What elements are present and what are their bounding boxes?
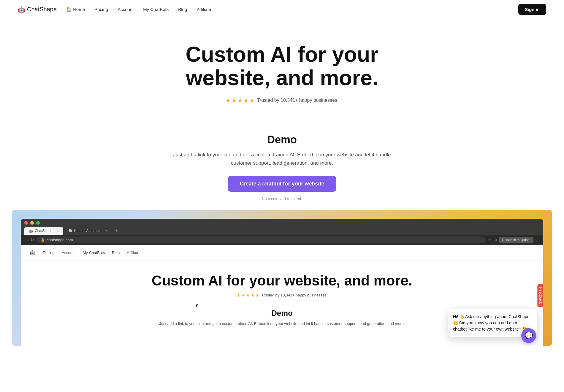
- inner-nav-blog[interactable]: Blog: [112, 250, 120, 255]
- inner-nav-pricing[interactable]: Pricing: [43, 250, 55, 255]
- close-dot[interactable]: [24, 221, 28, 225]
- extension-icon[interactable]: ⊞: [494, 238, 497, 242]
- nav-link-blog[interactable]: Blog: [178, 7, 187, 12]
- browser-addressbar: ‹ › ↻ 🔒 chatshape.com ☆ ⊞ Relaunch to up…: [21, 235, 543, 245]
- inner-nav: 🤖 Pricing Account My ChatBots Blog Affil…: [21, 245, 543, 261]
- tab-favicon: 🤖: [28, 229, 33, 233]
- inner-nav-affiliate[interactable]: Affiliate: [127, 250, 139, 255]
- inner-hero-title: Custom AI for your website, and more.: [27, 272, 537, 289]
- reload-button[interactable]: ↻: [31, 237, 34, 242]
- maximize-dot[interactable]: [36, 221, 40, 225]
- minimize-dot[interactable]: [30, 221, 34, 225]
- trusted-text: Trusted by 10,341+ happy businesses.: [257, 98, 339, 103]
- address-bar[interactable]: 🔒 chatshape.com: [37, 237, 485, 243]
- inner-trusted-text: Trusted by 10,341+ happy businesses.: [261, 293, 327, 297]
- demo-section: Demo Just add a link to your site and ge…: [0, 128, 564, 210]
- browser-toolbar-right: ☆ ⊞ Relaunch to update ⋮: [488, 237, 540, 243]
- nav-link-affiliate[interactable]: Affiliate: [197, 7, 211, 12]
- inner-nav-mychatbots[interactable]: My ChatBots: [83, 250, 105, 255]
- signin-button[interactable]: Sign in: [518, 4, 546, 15]
- home-icon: 🏠: [66, 7, 72, 12]
- hero-title: Custom AI for your website, and more.: [148, 43, 416, 90]
- nav-link-home[interactable]: 🏠 Home: [66, 7, 85, 12]
- browser-tab-inactive[interactable]: 🅐 Home | Anthropic ✕: [64, 227, 112, 235]
- inner-stars: ★★★★★ Trusted by 10,341+ happy businesse…: [27, 292, 537, 298]
- logo-emoji: 🤖: [18, 6, 25, 13]
- inner-nav-left: 🤖 Pricing Account My ChatBots Blog Affil…: [30, 250, 140, 255]
- inner-hero: Custom AI for your website, and more. ★★…: [21, 261, 543, 304]
- browser-tabs: 🤖 ChatShape ✕ 🅐 Home | Anthropic ✕ ＋: [21, 227, 543, 235]
- hero-section: Custom AI for your website, and more. ★★…: [0, 19, 564, 128]
- main-nav: 🤖 ChatShape 🏠 Home Pricing Account My Ch…: [0, 0, 564, 19]
- chat-bubble-button[interactable]: 💬: [521, 328, 536, 343]
- nav-logo[interactable]: 🤖 ChatShape: [18, 6, 57, 13]
- inner-logo: 🤖: [30, 250, 36, 255]
- feedback-tab[interactable]: Feedback: [538, 284, 543, 307]
- demo-title: Demo: [6, 134, 558, 146]
- nav-link-mychatbots[interactable]: My ChatBots: [143, 7, 169, 12]
- tab2-close-icon[interactable]: ✕: [105, 229, 108, 232]
- chat-icon: 💬: [525, 332, 533, 339]
- tab2-favicon: 🅐: [69, 229, 72, 233]
- inner-page: 🤖 Pricing Account My ChatBots Blog Affil…: [21, 245, 543, 346]
- star-rating: ★★★★★: [226, 97, 255, 104]
- logo-text: ChatShape: [27, 6, 57, 13]
- relaunch-button[interactable]: Relaunch to update: [499, 237, 533, 243]
- tab-close-icon[interactable]: ✕: [57, 229, 59, 232]
- hero-stars: ★★★★★ Trusted by 10,341+ happy businesse…: [6, 97, 558, 104]
- inner-star-rating: ★★★★★: [236, 292, 260, 298]
- browser-tab-active[interactable]: 🤖 ChatShape ✕: [24, 227, 63, 235]
- demo-description: Just add a link to your site and get a c…: [171, 151, 393, 167]
- browser-wrapper: 🤖 ChatShape ✕ 🅐 Home | Anthropic ✕ ＋ ‹ ›…: [12, 210, 552, 346]
- browser-titlebar: [21, 219, 543, 227]
- nav-link-pricing[interactable]: Pricing: [94, 7, 108, 12]
- menu-icon[interactable]: ⋮: [536, 238, 540, 242]
- nav-link-account[interactable]: Account: [118, 7, 134, 12]
- bookmark-icon[interactable]: ☆: [488, 238, 491, 242]
- chat-message: Hi! 👋 Ask me anything about ChatShape 👑 …: [453, 314, 529, 331]
- address-text: chatshape.com: [47, 238, 73, 242]
- browser-nav-buttons: ‹ › ↻: [24, 237, 34, 242]
- lock-icon: 🔒: [41, 238, 45, 242]
- tab-label-active: ChatShape: [35, 229, 53, 233]
- forward-button[interactable]: ›: [28, 237, 29, 242]
- create-chatbot-button[interactable]: Create a chatbot for your website: [228, 176, 336, 192]
- back-button[interactable]: ‹: [24, 237, 26, 242]
- browser-section: 🤖 ChatShape ✕ 🅐 Home | Anthropic ✕ ＋ ‹ ›…: [0, 210, 564, 346]
- nav-left: 🤖 ChatShape 🏠 Home Pricing Account My Ch…: [18, 6, 211, 13]
- tab-label-inactive: Home | Anthropic: [74, 229, 101, 233]
- no-credit-card-text: No credit card required.: [6, 196, 558, 201]
- browser-chrome: 🤖 ChatShape ✕ 🅐 Home | Anthropic ✕ ＋ ‹ ›…: [21, 219, 543, 346]
- inner-nav-account[interactable]: Account: [62, 250, 76, 255]
- new-tab-button[interactable]: ＋: [114, 228, 119, 234]
